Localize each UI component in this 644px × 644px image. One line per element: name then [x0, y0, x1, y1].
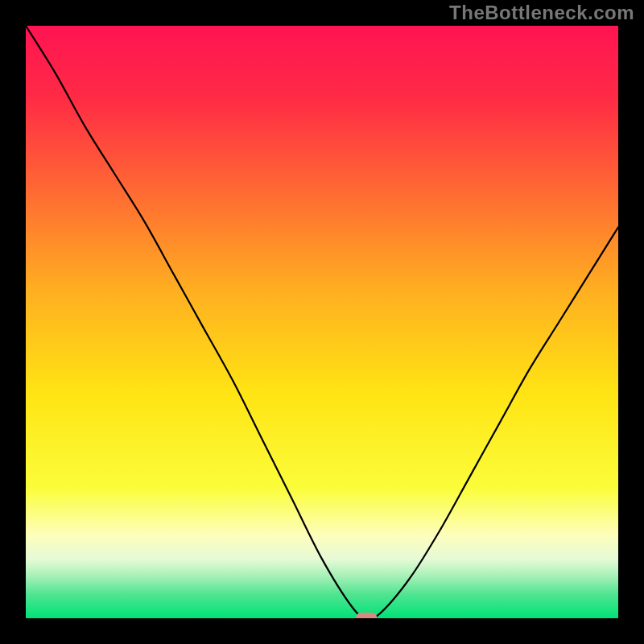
bottleneck-chart [0, 0, 644, 644]
chart-frame: TheBottleneck.com [0, 0, 644, 644]
watermark-label: TheBottleneck.com [449, 2, 634, 24]
chart-gradient-background [26, 26, 618, 618]
